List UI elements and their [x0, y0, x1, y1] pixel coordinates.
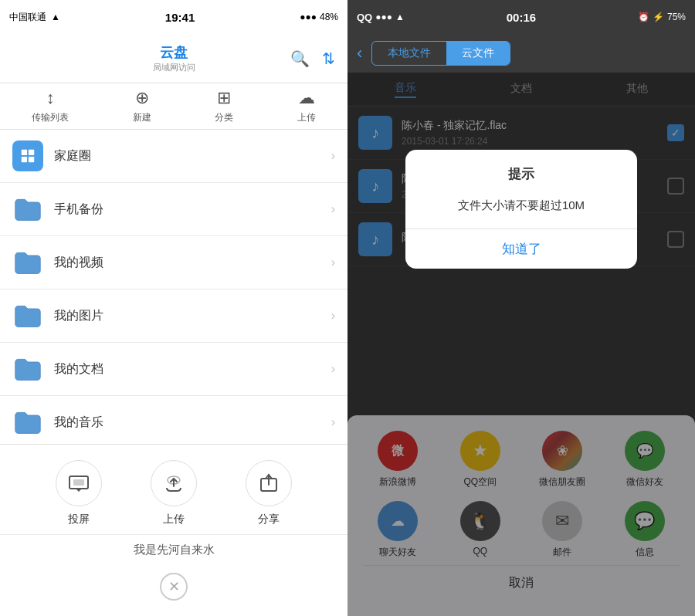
local-file-tab[interactable]: 本地文件: [372, 42, 446, 65]
dialog-overlay: 提示 文件大小请不要超过10M 知道了: [348, 73, 695, 616]
sort-icon[interactable]: ⇅: [322, 49, 335, 68]
file-name: 我的图片: [54, 308, 320, 324]
folder-icon: [12, 300, 43, 331]
dialog-title: 提示: [405, 150, 637, 191]
battery-right: 75%: [667, 12, 686, 22]
file-name: 手机备份: [54, 201, 320, 218]
wifi-icon-right: ▲: [395, 12, 405, 22]
create-label: 新建: [133, 111, 151, 124]
list-item[interactable]: 家庭圈 ›: [0, 130, 348, 183]
wifi-icon: ▲: [51, 12, 60, 22]
username-bar: 我是先河自来水: [0, 534, 348, 565]
share-action-label: 分享: [258, 513, 280, 526]
list-item[interactable]: 我的文档 ›: [0, 343, 348, 396]
right-status-bar: QQ ●●● ▲ 00:16 ⏰ ⚡ 75%: [348, 0, 695, 34]
project-screen-label: 投屏: [68, 513, 90, 526]
transfer-icon: ↕: [46, 88, 55, 108]
left-battery-area: ●●● 48%: [300, 12, 338, 22]
chevron-icon: ›: [331, 149, 335, 163]
nav-title-sub: 局域网访问: [153, 62, 195, 73]
upload-icon-circle: [151, 460, 197, 506]
list-item[interactable]: 我的视频 ›: [0, 236, 348, 289]
left-panel: 中国联通 ▲ 19:41 ●●● 48% 云盘 局域网访问 🔍 ⇅ ↕ 传输列表…: [0, 0, 348, 616]
left-navbar: 云盘 局域网访问 🔍 ⇅: [0, 34, 348, 83]
close-btn-area[interactable]: ✕: [0, 565, 348, 616]
project-screen-btn[interactable]: 投屏: [56, 460, 102, 526]
list-item[interactable]: 我的音乐 ›: [0, 396, 348, 449]
upload-action-btn[interactable]: 上传: [151, 460, 197, 526]
battery-text: 48%: [320, 12, 338, 22]
nav-right-icons: 🔍 ⇅: [290, 49, 335, 68]
username-text: 我是先河自来水: [134, 543, 215, 556]
alarm-icon: ⏰: [638, 12, 649, 22]
svg-rect-5: [73, 479, 84, 486]
list-item[interactable]: 手机备份 ›: [0, 183, 348, 236]
bottom-actions-panel: 投屏 上传: [0, 444, 348, 616]
svg-rect-2: [22, 157, 27, 162]
upload-icon: ☁: [298, 88, 315, 108]
upload-label: 上传: [297, 111, 316, 124]
svg-rect-1: [29, 150, 34, 155]
list-item[interactable]: 我的图片 ›: [0, 289, 348, 343]
classify-label: 分类: [215, 111, 233, 124]
file-name: 我的视频: [54, 255, 320, 271]
svg-rect-3: [29, 157, 34, 162]
right-panel: QQ ●●● ▲ 00:16 ⏰ ⚡ 75% ‹ 本地文件 云文件 音乐 文档 …: [348, 0, 695, 616]
left-toolbar: ↕ 传输列表 ⊕ 新建 ⊞ 分类 ☁ 上传: [0, 83, 348, 130]
carrier-text: 中国联通: [9, 11, 46, 24]
chevron-icon: ›: [331, 362, 335, 376]
alert-dialog: 提示 文件大小请不要超过10M 知道了: [405, 150, 637, 269]
create-btn[interactable]: ⊕ 新建: [133, 88, 151, 124]
folder-icon: [12, 194, 43, 225]
folder-icon: [12, 354, 43, 384]
right-status-left: QQ ●●● ▲: [357, 12, 405, 23]
nav-title-main: 云盘: [153, 43, 195, 62]
classify-icon: ⊞: [217, 88, 231, 108]
right-time: 00:16: [507, 11, 536, 24]
left-status-bar: 中国联通 ▲ 19:41 ●●● 48%: [0, 0, 348, 34]
chevron-icon: ›: [331, 309, 335, 323]
left-time: 19:41: [165, 11, 195, 24]
file-tab-group: 本地文件 云文件: [371, 41, 510, 66]
classify-btn[interactable]: ⊞ 分类: [215, 88, 233, 124]
create-icon: ⊕: [135, 88, 149, 108]
file-name: 我的文档: [54, 361, 320, 377]
share-icon-circle: [246, 460, 292, 506]
nav-title-group: 云盘 局域网访问: [153, 43, 195, 73]
dialog-confirm-btn[interactable]: 知道了: [405, 229, 637, 269]
back-btn[interactable]: ‹: [357, 43, 362, 63]
left-carrier: 中国联通 ▲: [9, 11, 60, 24]
search-icon[interactable]: 🔍: [290, 49, 310, 68]
transfer-btn[interactable]: ↕ 传输列表: [32, 88, 69, 124]
action-buttons-row: 投屏 上传: [0, 445, 348, 534]
dialog-message: 文件大小请不要超过10M: [405, 191, 637, 228]
folder-icon: [12, 247, 43, 278]
transfer-label: 传输列表: [32, 111, 69, 124]
chevron-icon: ›: [331, 415, 335, 429]
chevron-icon: ›: [331, 256, 335, 269]
right-status-right: ⏰ ⚡ 75%: [638, 12, 686, 22]
upload-btn[interactable]: ☁ 上传: [297, 88, 316, 124]
folder-icon: [12, 407, 43, 438]
cloud-file-tab[interactable]: 云文件: [446, 42, 510, 65]
right-navbar: ‹ 本地文件 云文件: [348, 34, 695, 73]
upload-action-label: 上传: [163, 513, 185, 526]
signal-bars: ●●●: [375, 12, 392, 22]
close-btn[interactable]: ✕: [160, 573, 188, 601]
share-action-btn[interactable]: 分享: [246, 460, 292, 526]
project-screen-icon-circle: [56, 460, 102, 506]
bluetooth-icon: ⚡: [653, 12, 664, 22]
grid-folder-icon: [12, 140, 43, 171]
app-name: QQ: [357, 12, 372, 23]
file-name: 家庭圈: [54, 148, 320, 164]
signal-icon: ●●●: [300, 12, 317, 22]
file-name: 我的音乐: [54, 415, 320, 431]
chevron-icon: ›: [331, 202, 335, 216]
svg-rect-0: [22, 150, 27, 155]
